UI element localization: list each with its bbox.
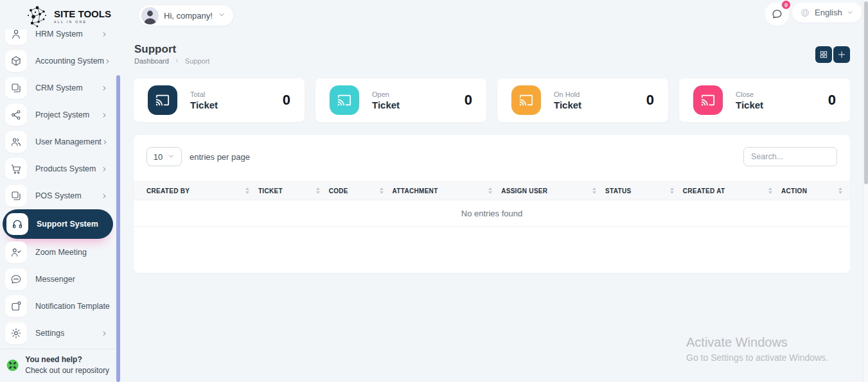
chevron-right-icon bbox=[174, 57, 180, 65]
add-ticket-button[interactable] bbox=[833, 46, 850, 63]
sidebar-item-label: POS System bbox=[35, 191, 101, 200]
user-menu-button[interactable]: Hi, company! bbox=[138, 4, 234, 26]
watermark-title: Activate Windows bbox=[686, 335, 828, 350]
stat-label: Close bbox=[736, 91, 828, 98]
chevron-down-icon bbox=[218, 10, 226, 21]
sidebar-item-label: CRM System bbox=[35, 83, 101, 92]
sidebar-item-support-system[interactable]: Support System bbox=[3, 209, 113, 239]
chevron-right-icon bbox=[101, 166, 108, 173]
sidebar-item-label: User Management bbox=[35, 137, 102, 146]
sidebar-item-label: Notification Template bbox=[35, 302, 110, 311]
notifications-button[interactable]: 0 bbox=[765, 3, 789, 26]
sidebar-scrollbar[interactable] bbox=[116, 75, 120, 382]
entries-per-page-label: entries per page bbox=[190, 152, 250, 162]
windows-stack-icon bbox=[5, 77, 27, 99]
user-icon bbox=[5, 30, 27, 45]
greeting-text: Hi, company! bbox=[164, 11, 213, 21]
column-header-action[interactable]: ACTION bbox=[781, 187, 845, 195]
sort-icon bbox=[488, 187, 492, 194]
breadcrumb-current: Support bbox=[185, 57, 210, 65]
help-life-ring-icon bbox=[6, 356, 19, 374]
sidebar-item-pos-system[interactable]: POS System bbox=[0, 182, 116, 209]
stat-value: 0 bbox=[465, 92, 472, 109]
sidebar-item-project-system[interactable]: Project System bbox=[0, 101, 116, 128]
column-header-created-by[interactable]: CREATED BY bbox=[146, 187, 258, 195]
stat-card-total-ticket: Total Ticket 0 bbox=[134, 78, 305, 122]
stat-value: 0 bbox=[646, 92, 654, 109]
sidebar: SITE TOOLS ALL IN ONE HRM System Account… bbox=[0, 0, 116, 382]
stat-label: Open bbox=[372, 91, 465, 98]
stat-value: 0 bbox=[283, 92, 290, 109]
sidebar-help-link[interactable]: You need help? Check out our repository bbox=[0, 349, 116, 379]
sidebar-item-settings[interactable]: Settings bbox=[0, 320, 116, 347]
chevron-down-icon bbox=[847, 7, 854, 19]
column-header-assign-user[interactable]: ASSIGN USER bbox=[501, 187, 605, 195]
sort-icon bbox=[316, 187, 320, 194]
stat-entity: Ticket bbox=[736, 100, 828, 110]
stat-cards: Total Ticket 0 Open Ticket 0 On Hold Tic… bbox=[134, 78, 850, 122]
chevron-right-icon bbox=[101, 330, 108, 337]
column-header-ticket[interactable]: TICKET bbox=[258, 187, 329, 195]
sidebar-item-messenger[interactable]: Messenger bbox=[0, 266, 116, 293]
table-header-row: CREATED BY TICKET CODE ATTACHMENT ASSIGN… bbox=[134, 181, 850, 200]
sidebar-item-label: Messenger bbox=[35, 275, 108, 284]
cast-icon bbox=[148, 85, 177, 115]
sidebar-item-products-system[interactable]: Products System bbox=[0, 155, 116, 182]
sidebar-item-notification-template[interactable]: Notification Template bbox=[0, 293, 116, 320]
sidebar-item-label: Settings bbox=[35, 329, 101, 338]
column-header-code[interactable]: CODE bbox=[329, 187, 393, 195]
brand-name: SITE TOOLS bbox=[54, 9, 111, 19]
page-size-value: 10 bbox=[154, 152, 163, 162]
notification-count-badge: 0 bbox=[781, 0, 792, 10]
tickets-panel: 10 entries per page CREATED BY TICKET CO… bbox=[134, 135, 850, 273]
column-header-status[interactable]: STATUS bbox=[605, 187, 683, 195]
grid-icon bbox=[819, 50, 828, 59]
chevron-right-icon bbox=[102, 139, 109, 146]
notification-template-icon bbox=[5, 295, 27, 317]
brand-tagline: ALL IN ONE bbox=[54, 20, 111, 24]
activate-windows-watermark: Activate Windows Go to Settings to activ… bbox=[686, 335, 828, 363]
sidebar-item-label: HRM System bbox=[35, 30, 101, 39]
language-selector[interactable]: English bbox=[792, 3, 862, 22]
user-check-icon bbox=[5, 241, 27, 263]
stat-value: 0 bbox=[828, 92, 836, 109]
sidebar-item-accounting-system[interactable]: Accounting System bbox=[0, 48, 116, 74]
cast-icon bbox=[693, 85, 723, 115]
gear-icon bbox=[5, 322, 27, 344]
page-scrollbar-thumb[interactable] bbox=[864, 1, 868, 184]
stat-card-onhold-ticket: On Hold Ticket 0 bbox=[497, 78, 668, 122]
column-header-created-at[interactable]: CREATED AT bbox=[683, 187, 781, 195]
page-title: Support bbox=[134, 43, 176, 56]
page-scrollbar[interactable] bbox=[863, 0, 868, 382]
breadcrumb-dashboard-link[interactable]: Dashboard bbox=[134, 57, 169, 65]
search-input[interactable] bbox=[743, 147, 837, 166]
sort-icon bbox=[380, 187, 384, 194]
help-subtitle: Check out our repository bbox=[25, 366, 109, 375]
cube-icon bbox=[5, 50, 27, 72]
sidebar-item-hrm-system[interactable]: HRM System bbox=[0, 30, 116, 48]
column-header-attachment[interactable]: ATTACHMENT bbox=[393, 187, 502, 195]
chevron-right-icon bbox=[101, 193, 108, 200]
grid-view-button[interactable] bbox=[815, 46, 832, 63]
sidebar-item-crm-system[interactable]: CRM System bbox=[0, 74, 116, 101]
brand-logo[interactable]: SITE TOOLS ALL IN ONE bbox=[24, 3, 111, 30]
windows-stack-icon bbox=[5, 185, 27, 207]
chevron-right-icon bbox=[104, 58, 111, 65]
cast-icon bbox=[330, 85, 359, 115]
sidebar-item-label: Accounting System bbox=[35, 56, 104, 65]
sidebar-item-label: Project System bbox=[35, 110, 101, 119]
entries-per-page-select[interactable]: 10 bbox=[146, 147, 182, 166]
sort-icon bbox=[245, 187, 249, 194]
sidebar-item-label: Products System bbox=[35, 164, 101, 173]
message-icon bbox=[771, 8, 783, 21]
sort-icon bbox=[768, 187, 772, 194]
stat-label: Total bbox=[190, 91, 283, 98]
chat-bubble-icon bbox=[5, 268, 27, 290]
sidebar-nav: HRM System Accounting System CRM Syste bbox=[0, 30, 116, 349]
share-icon bbox=[5, 104, 27, 126]
chevron-right-icon bbox=[101, 112, 108, 119]
chevron-right-icon bbox=[101, 31, 108, 38]
sidebar-item-zoom-meeting[interactable]: Zoom Meeting bbox=[0, 239, 116, 266]
cast-icon bbox=[511, 85, 541, 115]
sidebar-item-user-management[interactable]: User Management bbox=[0, 128, 116, 155]
